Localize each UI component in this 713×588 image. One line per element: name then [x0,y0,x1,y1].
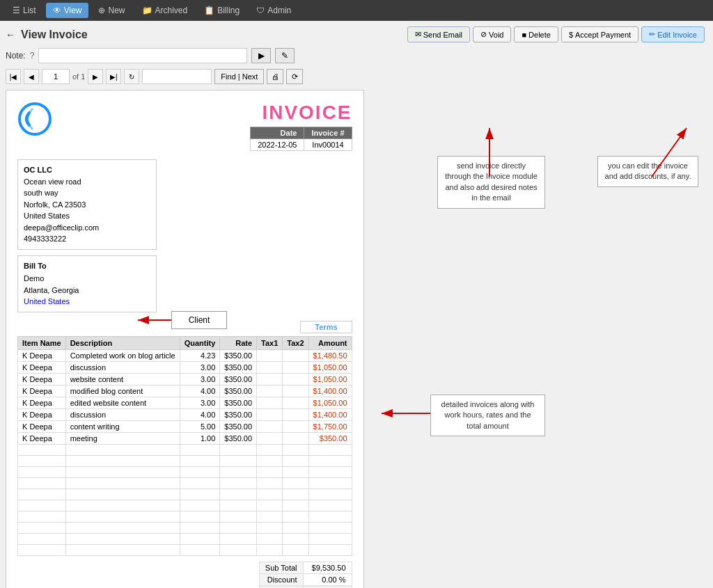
back-button[interactable]: ← [6,29,15,40]
table-row-empty [18,466,352,477]
nav-archived-label: Archived [155,6,188,15]
question-icon: ? [30,51,35,61]
cell-tax1 [257,385,283,397]
send-email-button[interactable]: ✉ Send Email [407,26,470,42]
edit-invoice-button[interactable]: ✏ Edit Invoice [641,26,705,42]
cell-qty: 3.00 [180,361,220,373]
invoice-table: Item Name Description Quantity Rate Tax1… [17,336,352,556]
table-row-empty [18,500,352,511]
cell-amount: $350.00 [308,432,352,444]
nav-item-archived[interactable]: 📁 Archived [135,3,195,18]
page-prev-button[interactable]: ◀ [24,69,39,84]
page-title: View Invoice [21,29,88,41]
page-first-button[interactable]: |◀ [6,69,21,84]
invoice-detail-callout: detailed invoices along with work hours,… [430,395,545,436]
date-value: 2022-12-05 [251,139,304,151]
sub-total-value: $9,530.50 [303,562,352,573]
nav-view-label: View [64,6,82,15]
cell-rate: $350.00 [220,397,257,408]
cell-item: K Deepa [18,349,66,361]
void-button[interactable]: ⊘ Void [473,26,511,42]
cell-item: K Deepa [18,397,66,408]
table-row: K Deepa website content 3.00 $350.00 $1,… [18,373,352,385]
edit-invoice-callout-text: you can edit the invoice and add discoun… [597,156,698,187]
find-button[interactable]: Find | Next [214,69,264,84]
page-next-button[interactable]: ▶ [88,69,103,84]
nav-item-new[interactable]: ⊕ New [91,3,132,18]
accept-payment-button[interactable]: $ Accept Payment [561,26,638,42]
refresh-icon[interactable]: ⟳ [286,69,303,84]
bill-to-label: Bill To [24,260,150,272]
cell-item: K Deepa [18,432,66,444]
invoice-header: INVOICE Date Invoice # 2022-12-05 [17,102,352,151]
cell-tax1 [257,349,283,361]
svg-point-0 [19,104,50,134]
col-desc: Description [65,336,180,349]
nav-list-label: List [23,6,36,15]
logo-area [17,102,52,138]
discount-label: Discount [259,573,303,585]
cell-qty: 3.00 [180,397,220,408]
note-clear-button[interactable]: ✎ [275,48,295,63]
cell-rate: $350.00 [220,373,257,385]
cell-item: K Deepa [18,361,66,373]
nav-item-billing[interactable]: 📋 Billing [197,3,246,18]
toolbar-right: ✉ Send Email ⊘ Void ■ Delete $ Accept Pa… [407,26,705,42]
edit-invoice-callout: you can edit the invoice and add discoun… [597,156,698,187]
toolbar: ← View Invoice ✉ Send Email ⊘ Void ■ Del… [6,26,705,42]
cell-item: K Deepa [18,420,66,432]
table-row-empty [18,488,352,500]
cell-qty: 4.23 [180,349,220,361]
invoice-num-value: Inv00014 [304,139,352,151]
table-row-empty [18,522,352,533]
col-item: Item Name [18,336,66,349]
delete-button[interactable]: ■ Delete [514,26,558,42]
bill-to-section: Bill To Demo Atlanta, Georgia United Sta… [17,255,352,312]
page-refresh-button[interactable]: ↻ [124,69,139,84]
cell-amount: $1,480.50 [308,349,352,361]
cell-amount: $1,050.00 [308,361,352,373]
search-input[interactable] [142,69,212,84]
cell-desc: discussion [65,408,180,420]
cell-qty: 1.00 [180,432,220,444]
client-callout-text: Client [189,315,210,325]
admin-icon: 🛡 [256,6,265,15]
cell-qty: 3.00 [180,373,220,385]
page-number-input[interactable] [42,69,70,84]
cell-tax2 [283,385,308,397]
nav-billing-label: Billing [217,6,240,15]
note-input[interactable] [38,48,247,63]
invoice-title-area: INVOICE Date Invoice # 2022-12-05 [250,102,352,151]
company-phone: 4943333222 [24,233,150,245]
table-row-empty [18,533,352,544]
company-address2: south way [24,187,150,199]
invoice-container: INVOICE Date Invoice # 2022-12-05 [6,90,364,588]
nav-item-view[interactable]: 👁 View [46,3,89,18]
cell-desc: content writing [65,420,180,432]
toolbar-left: ← View Invoice [6,29,88,41]
archived-icon: 📁 [142,6,152,15]
cell-tax2 [283,408,308,420]
invoice-num-header: Invoice # [304,127,352,139]
cell-amount: $1,750.00 [308,420,352,432]
nav-item-list[interactable]: ☰ List [6,3,43,18]
cell-amount: $1,400.00 [308,408,352,420]
total-label: Total [259,585,303,588]
note-submit-button[interactable]: ▶ [251,48,271,63]
company-logo [17,102,52,136]
page-last-button[interactable]: ▶| [106,69,121,84]
table-row-empty [18,477,352,488]
note-label: Note: [6,51,26,61]
cell-item: K Deepa [18,385,66,397]
table-row: K Deepa content writing 5.00 $350.00 $1,… [18,420,352,432]
cell-item: K Deepa [18,408,66,420]
cell-amount: $1,050.00 [308,397,352,408]
bill-to-name: Demo [24,273,150,285]
print-icon[interactable]: 🖨 [267,69,283,84]
totals-table: Sub Total $9,530.50 Discount 0.00 % Tota… [259,562,352,589]
nav-item-admin[interactable]: 🛡 Admin [249,3,298,18]
cell-tax1 [257,397,283,408]
table-row-empty [18,455,352,466]
invoice-detail-callout-text: detailed invoices along with work hours,… [430,395,545,436]
cell-item: K Deepa [18,373,66,385]
